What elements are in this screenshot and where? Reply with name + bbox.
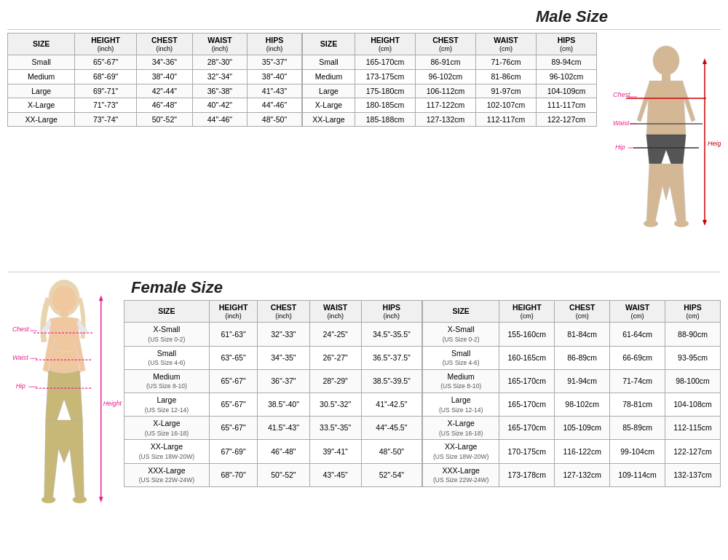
col-size-cm-header: SIZE xyxy=(303,33,355,55)
male-tables: SIZE HEIGHT(inch) CHEST(inch) WAIST(inch… xyxy=(7,33,597,127)
table-cell: 34"-35" xyxy=(258,346,309,369)
svg-point-3 xyxy=(674,220,689,227)
col-hips-inch-header: HIPS(inch) xyxy=(247,33,301,55)
table-cell: X-Small(US Size 0-2) xyxy=(423,323,499,346)
table-cell: 155-160cm xyxy=(499,323,555,346)
table-cell: 116-122cm xyxy=(555,440,610,463)
table-cell: 38"-40" xyxy=(136,69,192,84)
table-cell: 109-114cm xyxy=(610,463,665,486)
female-cm-table: SIZE HEIGHT(cm) CHEST(cm) WAIST(cm) HIPS… xyxy=(422,300,721,487)
svg-text:Height: Height xyxy=(708,140,721,147)
table-cell: 41"-43" xyxy=(247,84,301,98)
svg-marker-27 xyxy=(99,497,103,502)
female-dual-tables: SIZE HEIGHT(inch) CHEST(inch) WAIST(inch… xyxy=(124,300,721,487)
table-cell: Large(US Size 12-14) xyxy=(124,393,210,416)
svg-text:Hip: Hip xyxy=(615,143,625,151)
table-cell: 117-122cm xyxy=(415,98,475,113)
table-cell: 96-102cm xyxy=(415,69,475,84)
table-cell: 28"-30" xyxy=(192,55,247,70)
male-dual-tables: SIZE HEIGHT(inch) CHEST(inch) WAIST(inch… xyxy=(7,33,597,127)
table-cell: 105-109cm xyxy=(555,417,610,440)
table-cell: 36.5"-37.5" xyxy=(361,346,422,369)
table-cell: 165-170cm xyxy=(499,393,555,416)
table-cell: 86-91cm xyxy=(415,55,475,70)
table-cell: 88-90cm xyxy=(665,323,721,346)
table-cell: 93-95cm xyxy=(665,346,721,369)
col-height-inch-header: HEIGHT(inch) xyxy=(75,33,136,55)
table-cell: 122-127cm xyxy=(665,440,721,463)
table-cell: Medium(US Size 8-10) xyxy=(423,369,499,393)
table-cell: 65"-67" xyxy=(209,417,258,440)
table-cell: XXX-Large(US Size 22W-24W) xyxy=(423,463,499,486)
table-cell: 68"-70" xyxy=(209,463,258,486)
table-cell: 98-100cm xyxy=(665,369,721,393)
col-hips-cm-header: HIPS(cm) xyxy=(536,33,596,55)
table-cell: XX-Large xyxy=(303,112,355,127)
table-cell: 61"-63" xyxy=(209,323,258,346)
male-section: Male Size SIZE HEIGHT(inch) CHEST(inch) … xyxy=(7,7,721,266)
table-cell: 127-132cm xyxy=(415,112,475,127)
svg-text:Chest: Chest xyxy=(613,91,630,98)
table-cell: 132-137cm xyxy=(665,463,721,486)
svg-marker-9 xyxy=(703,220,707,226)
table-cell: 44"-46" xyxy=(247,98,301,113)
table-cell: 160-165cm xyxy=(499,346,555,369)
female-section: Chest Waist Hip Height Female Size xyxy=(7,278,721,560)
table-cell: X-Large(US Size 16-18) xyxy=(423,417,499,440)
male-figure: Chest Waist Hip Height xyxy=(597,33,721,266)
table-cell: XX-Large xyxy=(8,112,75,127)
female-figure: Chest Waist Hip Height xyxy=(7,278,124,560)
svg-point-21 xyxy=(73,496,87,503)
col-chest-inch-header: CHEST(inch) xyxy=(136,33,192,55)
table-cell: 102-107cm xyxy=(475,98,536,113)
table-cell: 34"-36" xyxy=(136,55,192,70)
table-cell: 81-86cm xyxy=(475,69,536,84)
table-cell: Medium xyxy=(8,69,75,84)
table-cell: 43"-45" xyxy=(309,463,361,486)
col-chest-cm-header: CHEST(cm) xyxy=(415,33,475,55)
table-cell: 180-185cm xyxy=(355,98,415,113)
table-cell: 86-89cm xyxy=(555,346,610,369)
f-col-hips-cm-header: HIPS(cm) xyxy=(665,301,721,323)
table-cell: 78-81cm xyxy=(610,393,665,416)
table-cell: 50"-52" xyxy=(258,463,309,486)
table-cell: 46"-48" xyxy=(136,98,192,113)
f-col-size-header: SIZE xyxy=(124,301,210,323)
table-cell: 96-102cm xyxy=(536,69,596,84)
col-size-header: SIZE xyxy=(8,33,75,55)
table-cell: Small(US Size 4-6) xyxy=(124,346,210,369)
svg-text:Chest: Chest xyxy=(12,326,29,333)
table-cell: 32"-34" xyxy=(192,69,247,84)
table-cell: 38.5"-40" xyxy=(258,393,309,416)
table-cell: 61-64cm xyxy=(610,323,665,346)
table-cell: 26"-27" xyxy=(309,346,361,369)
female-content: Chest Waist Hip Height Female Size xyxy=(7,278,721,560)
f-col-size-cm-header: SIZE xyxy=(423,301,499,323)
table-cell: 52"-54" xyxy=(361,463,422,486)
svg-text:Waist: Waist xyxy=(613,119,630,127)
f-col-chest-inch-header: CHEST(inch) xyxy=(258,301,309,323)
svg-text:Hip: Hip xyxy=(16,382,25,390)
table-cell: 28"-29" xyxy=(309,369,361,393)
table-cell: 41.5"-43" xyxy=(258,417,309,440)
table-cell: 106-112cm xyxy=(415,84,475,98)
table-cell: 73"-74" xyxy=(75,112,136,127)
table-cell: 104-109cm xyxy=(536,84,596,98)
svg-point-20 xyxy=(41,496,56,503)
svg-rect-1 xyxy=(662,74,670,81)
table-cell: 36"-37" xyxy=(258,369,309,393)
table-cell: 41"-42.5" xyxy=(361,393,422,416)
table-cell: 46"-48" xyxy=(258,440,309,463)
female-tables: Female Size SIZE HEIGHT(inch) CHEST(inch… xyxy=(124,278,721,487)
f-col-waist-cm-header: WAIST(cm) xyxy=(610,301,665,323)
table-cell: 69"-71" xyxy=(75,84,136,98)
table-cell: 165-170cm xyxy=(499,417,555,440)
table-cell: Large xyxy=(303,84,355,98)
table-cell: 44"-46" xyxy=(192,112,247,127)
table-cell: 112-115cm xyxy=(665,417,721,440)
table-cell: 91-94cm xyxy=(555,369,610,393)
table-cell: 48"-50" xyxy=(361,440,422,463)
table-cell: 42"-44" xyxy=(136,84,192,98)
table-cell: X-Small(US Size 0-2) xyxy=(124,323,210,346)
table-cell: Medium(US Size 8-10) xyxy=(124,369,210,393)
